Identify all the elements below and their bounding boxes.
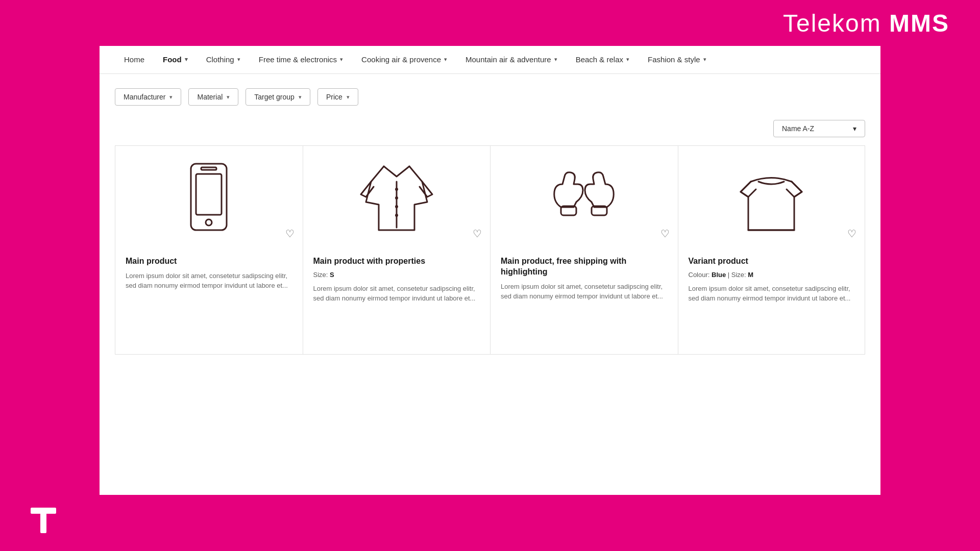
nav-item-home[interactable]: Home — [115, 46, 154, 74]
svg-rect-1 — [196, 174, 222, 215]
product-image-area-3: ♡ — [491, 146, 678, 248]
sort-bar: Name A-Z ▾ — [100, 120, 880, 145]
svg-rect-13 — [40, 508, 46, 533]
nav-item-fashion[interactable]: Fashion & style ▾ — [639, 46, 716, 74]
svg-point-2 — [206, 219, 212, 226]
product-card-2: ♡ Main product with properties Size: S L… — [303, 145, 491, 355]
svg-rect-3 — [201, 167, 216, 170]
product-info-2: Main product with properties Size: S Lor… — [303, 248, 491, 354]
nav-item-mountain[interactable]: Mountain air & adventure ▾ — [456, 46, 567, 74]
telekom-t-logo — [31, 508, 56, 533]
product-title-2: Main product with properties — [313, 256, 480, 267]
chevron-down-icon: ▾ — [444, 56, 447, 63]
shirt-icon — [730, 156, 812, 238]
product-info-4: Variant product Colour: Blue | Size: M L… — [678, 248, 865, 354]
wishlist-button-3[interactable]: ♡ — [660, 228, 670, 240]
product-image-area-2: ♡ — [303, 146, 491, 248]
mittens-icon — [543, 156, 625, 238]
chevron-down-icon: ▾ — [227, 94, 230, 101]
product-desc-4: Lorem ipsum dolor sit amet, consetetur s… — [689, 284, 855, 304]
products-grid: ♡ Main product Lorem ipsum dolor sit ame… — [100, 145, 880, 355]
main-container: Home Food ▾ Clothing ▾ Free time & elect… — [100, 46, 880, 495]
chevron-down-icon: ▾ — [169, 94, 173, 101]
product-meta-4: Colour: Blue | Size: M — [689, 271, 855, 279]
sort-dropdown[interactable]: Name A-Z ▾ — [773, 120, 865, 137]
phone-icon — [168, 156, 250, 238]
material-filter[interactable]: Material ▾ — [188, 88, 238, 106]
product-image-area-1: ♡ — [115, 146, 303, 248]
product-image-area-4: ♡ — [678, 146, 865, 248]
brand-logo: Telekom MMS — [783, 9, 949, 37]
wishlist-button-2[interactable]: ♡ — [473, 228, 482, 240]
product-desc-2: Lorem ipsum dolor sit amet, consetetur s… — [313, 284, 480, 304]
nav-item-cooking[interactable]: Cooking air & provence ▾ — [352, 46, 456, 74]
sort-label: Name A-Z — [782, 124, 814, 133]
product-info-1: Main product Lorem ipsum dolor sit amet,… — [115, 248, 303, 354]
manufacturer-filter[interactable]: Manufacturer ▾ — [115, 88, 181, 106]
nav-item-food[interactable]: Food ▾ — [154, 46, 197, 74]
chevron-down-icon: ▾ — [185, 56, 188, 63]
header: Telekom MMS — [0, 0, 980, 46]
brand-name-light: Telekom — [783, 10, 889, 37]
footer — [0, 495, 980, 546]
chevron-down-icon: ▾ — [626, 56, 629, 63]
jacket-icon — [356, 156, 437, 238]
chevron-down-icon: ▾ — [340, 56, 343, 63]
product-desc-1: Lorem ipsum dolor sit amet, consetetur s… — [126, 271, 292, 291]
price-filter[interactable]: Price ▾ — [317, 88, 358, 106]
svg-point-5 — [395, 188, 398, 191]
product-desc-3: Lorem ipsum dolor sit amet, consetetur s… — [501, 282, 668, 302]
wishlist-button-4[interactable]: ♡ — [847, 228, 856, 240]
product-title-1: Main product — [126, 256, 292, 267]
nav-item-clothing[interactable]: Clothing ▾ — [197, 46, 250, 74]
chevron-down-icon: ▾ — [299, 94, 302, 101]
chevron-down-icon: ▾ — [554, 56, 557, 63]
chevron-down-icon: ▾ — [237, 56, 240, 63]
product-card-3: ♡ Main product, free shipping with highl… — [490, 145, 678, 355]
filter-bar: Manufacturer ▾ Material ▾ Target group ▾… — [100, 74, 880, 120]
svg-point-6 — [395, 196, 398, 199]
product-meta-2: Size: S — [313, 271, 480, 279]
svg-point-7 — [395, 205, 398, 208]
navigation: Home Food ▾ Clothing ▾ Free time & elect… — [100, 46, 880, 74]
brand-name-bold: MMS — [889, 10, 949, 37]
product-title-4: Variant product — [689, 256, 855, 267]
nav-item-beach[interactable]: Beach & relax ▾ — [567, 46, 639, 74]
chevron-down-icon: ▾ — [853, 124, 856, 133]
chevron-down-icon: ▾ — [703, 56, 706, 63]
svg-point-8 — [395, 214, 398, 217]
product-card-1: ♡ Main product Lorem ipsum dolor sit ame… — [115, 145, 303, 355]
chevron-down-icon: ▾ — [347, 94, 350, 101]
product-card-4: ♡ Variant product Colour: Blue | Size: M… — [678, 145, 866, 355]
product-title-3: Main product, free shipping with highlig… — [501, 256, 668, 278]
wishlist-button-1[interactable]: ♡ — [285, 228, 295, 240]
target-group-filter[interactable]: Target group ▾ — [246, 88, 310, 106]
nav-item-free-time[interactable]: Free time & electronics ▾ — [250, 46, 352, 74]
product-info-3: Main product, free shipping with highlig… — [491, 248, 678, 354]
